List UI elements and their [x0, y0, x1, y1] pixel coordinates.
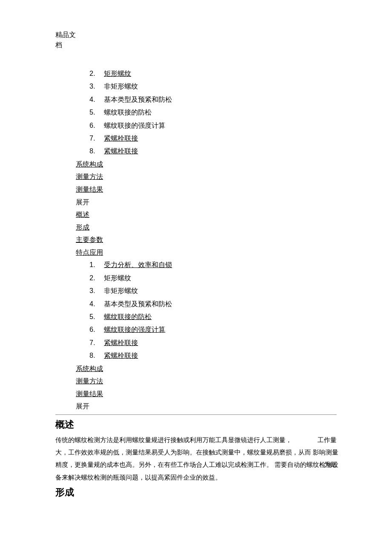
list-label[interactable]: 螺纹联接的强度计算 [104, 326, 165, 333]
list-number: 2. [89, 67, 104, 80]
toc-label: 测量方法 [76, 377, 103, 385]
toc-link[interactable]: 形成 [76, 221, 337, 234]
toc-link[interactable]: 概述 [76, 208, 337, 221]
list-item: 2.矩形螺纹 [89, 67, 337, 80]
toc-label: 主要参数 [76, 236, 103, 243]
list-label: 螺纹联接的防松 [104, 109, 152, 116]
toc-label: 特点应用 [76, 249, 103, 256]
list-label: 基本类型及预紧和防松 [104, 300, 172, 308]
list-number: 6. [89, 119, 104, 132]
list-item: 4.基本类型及预紧和防松 [89, 93, 337, 106]
list-label[interactable]: 紧螺栓联接 [104, 352, 138, 359]
list-number: 7. [89, 336, 104, 349]
toc-label: 测量结果 [76, 186, 103, 193]
section-heading-formation: 形成 [55, 486, 337, 499]
list-number: 4. [89, 93, 104, 106]
list-label[interactable]: 紧螺栓联接 [104, 135, 138, 142]
toc-label: 系统构成 [76, 365, 103, 372]
toc-link[interactable]: 测量方法 [76, 375, 337, 388]
numbered-list-1: 2.矩形螺纹3.非矩形螺纹4.基本类型及预紧和防松5.螺纹联接的防松6.螺纹联接… [89, 67, 337, 158]
link-group-1: 系统构成测量方法测量结果展开概述形成主要参数特点应用 [76, 158, 337, 259]
toc-link[interactable]: 系统构成 [76, 158, 337, 171]
list-number: 5. [89, 311, 104, 323]
link-group-2: 系统构成测量方法测量结果展开 [76, 362, 337, 413]
list-item: 5.螺纹联接的防松 [89, 311, 337, 323]
divider [55, 414, 337, 415]
list-item: 4.基本类型及预紧和防松 [89, 298, 337, 311]
overview-paragraph: 传统的螺纹检测方法是利用螺纹量规进行接触或利用万能工具显微镜进行人工测量，大，工… [55, 434, 337, 483]
list-label: 非矩形螺纹 [104, 83, 138, 90]
list-number: 8. [89, 349, 104, 362]
toc-label: 测量结果 [76, 390, 103, 397]
list-item: 8.紧螺栓联接 [89, 349, 337, 362]
list-label: 非矩形螺纹 [104, 287, 138, 294]
toc-label: 展开 [76, 198, 89, 206]
list-item: 8.紧螺栓联接 [89, 145, 337, 158]
list-number: 6. [89, 323, 104, 336]
list-label: 矩形螺纹 [104, 274, 131, 282]
list-item: 1.受力分析、效率和自锁 [89, 259, 337, 271]
toc-label: 系统构成 [76, 161, 103, 168]
margin-text-1: 工作量 [317, 434, 337, 446]
list-item: 6.螺纹联接的强度计算 [89, 323, 337, 336]
toc-link[interactable]: 测量方法 [76, 170, 337, 183]
toc-link[interactable]: 测量结果 [76, 388, 337, 400]
list-number: 4. [89, 298, 104, 311]
list-item: 3.非矩形螺纹 [89, 285, 337, 297]
document-page: 精品文档 2.矩形螺纹3.非矩形螺纹4.基本类型及预紧和防松5.螺纹联接的防松6… [0, 0, 392, 555]
paragraph-body: 传统的螺纹检测方法是利用螺纹量规进行接触或利用万能工具显微镜进行人工测量，大，工… [55, 434, 341, 483]
toc-label: 概述 [76, 211, 89, 218]
toc-link[interactable]: 特点应用 [76, 246, 337, 259]
list-label[interactable]: 矩形螺纹 [104, 70, 131, 77]
list-item: 6.螺纹联接的强度计算 [89, 119, 337, 132]
list-number: 2. [89, 272, 104, 285]
list-item: 7.紧螺栓联接 [89, 336, 337, 349]
list-number: 3. [89, 80, 104, 93]
section-heading-overview: 概述 [55, 418, 337, 431]
toc-label: 形成 [76, 224, 89, 231]
list-number: 3. [89, 285, 104, 297]
list-item: 2.矩形螺纹 [89, 272, 337, 285]
list-label: 基本类型及预紧和防松 [104, 96, 172, 103]
list-item: 7.紧螺栓联接 [89, 132, 337, 145]
toc-link[interactable]: 系统构成 [76, 362, 337, 375]
toc-link[interactable]: 主要参数 [76, 233, 337, 246]
list-item: 5.螺纹联接的防松 [89, 106, 337, 119]
toc-link[interactable]: 测量结果 [76, 183, 337, 196]
list-number: 5. [89, 106, 104, 119]
list-label: 螺纹联接的强度计算 [104, 122, 165, 129]
toc-link: 展开 [76, 400, 337, 413]
margin-text-2: 为此 [324, 458, 337, 471]
list-label[interactable]: 螺纹联接的防松 [104, 313, 152, 320]
list-label[interactable]: 紧螺栓联接 [104, 339, 138, 346]
list-number: 1. [89, 259, 104, 271]
list-number: 7. [89, 132, 104, 145]
toc-label: 展开 [76, 403, 89, 410]
list-number: 8. [89, 145, 104, 158]
list-label[interactable]: 紧螺栓联接 [104, 147, 138, 155]
toc-link: 展开 [76, 196, 337, 209]
list-label[interactable]: 受力分析、效率和自锁 [104, 261, 172, 268]
toc-label: 测量方法 [76, 173, 103, 180]
numbered-list-2: 1.受力分析、效率和自锁2.矩形螺纹3.非矩形螺纹4.基本类型及预紧和防松5.螺… [89, 259, 337, 362]
list-item: 3.非矩形螺纹 [89, 80, 337, 93]
header-label: 精品文档 [55, 30, 76, 50]
